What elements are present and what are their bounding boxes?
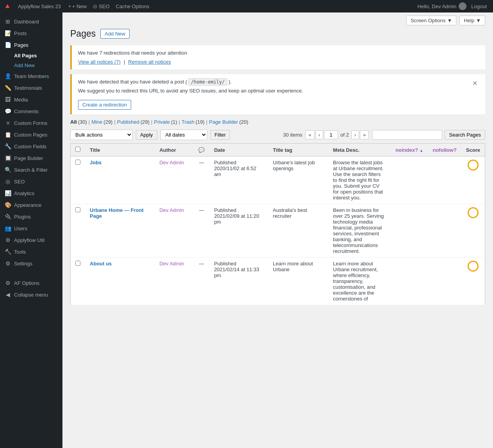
sidebar-submenu-all-pages[interactable]: All Pages bbox=[0, 51, 62, 60]
adminbar-new[interactable]: ＋ + New bbox=[64, 3, 90, 10]
author-link[interactable]: Dev Admin bbox=[159, 207, 184, 213]
pages-icon: 📄 bbox=[5, 42, 11, 48]
sidebar-item-af-options[interactable]: ⚙ AF Options bbox=[0, 277, 62, 289]
sidebar-item-media[interactable]: 🖼 Media bbox=[0, 94, 62, 105]
sidebar-item-label: Collapse menu bbox=[14, 292, 48, 298]
row-comment: — bbox=[194, 204, 209, 258]
row-checkbox[interactable] bbox=[75, 207, 80, 212]
sidebar-item-search-filter[interactable]: 🔍 Search & Filter bbox=[0, 164, 62, 176]
sidebar-item-label: SEO bbox=[14, 179, 25, 185]
col-header-nofollow[interactable]: nofollow? bbox=[428, 144, 461, 156]
author-link[interactable]: Dev Admin bbox=[159, 261, 184, 267]
adminbar-right: Hello, Dev Admin Logout bbox=[418, 2, 490, 10]
sidebar-item-analytics[interactable]: 📊 Analytics bbox=[0, 187, 62, 199]
search-pages-input[interactable] bbox=[372, 130, 442, 140]
last-page-button[interactable]: » bbox=[360, 130, 369, 139]
date-filter-select[interactable]: All dates bbox=[160, 130, 207, 140]
sidebar-submenu-add-new[interactable]: Add New bbox=[0, 60, 62, 70]
redirections-notice-text: We have 7 redirections that needs your a… bbox=[78, 50, 479, 56]
sidebar-item-comments[interactable]: 💬 Comments bbox=[0, 105, 62, 117]
next-page-button[interactable]: › bbox=[351, 130, 359, 139]
filter-published[interactable]: Published (29) bbox=[117, 119, 150, 125]
sidebar-item-dashboard[interactable]: ⊞ Dashboard bbox=[0, 16, 62, 27]
prev-page-button[interactable]: ‹ bbox=[315, 130, 323, 139]
af-options-icon: ⚙ bbox=[5, 280, 11, 286]
redirect-suggestion-notice: We have detected that you have deleted a… bbox=[70, 74, 485, 114]
sidebar-item-applyflow-util[interactable]: ⚙ Applyflow Util bbox=[0, 234, 62, 246]
sidebar-item-appearance[interactable]: 🎨 Appearance bbox=[0, 199, 62, 211]
sidebar-item-users[interactable]: 👥 Users bbox=[0, 222, 62, 234]
author-link[interactable]: Dev Admin bbox=[159, 160, 184, 165]
sidebar-item-custom-fields[interactable]: 🔧 Custom Fields bbox=[0, 140, 62, 152]
table-row: About us Dev Admin — Published 2021/02/1… bbox=[71, 258, 485, 305]
sidebar-item-team-members[interactable]: 👤 Team Members bbox=[0, 70, 62, 82]
table-row: Urbane Home — Front Page Dev Admin — Pub… bbox=[71, 204, 485, 258]
view-all-notices-link[interactable]: View all notices (7) bbox=[78, 59, 121, 65]
sidebar-item-plugins[interactable]: 🔌 Plugins bbox=[0, 211, 62, 222]
page-title-link[interactable]: Jobs bbox=[90, 160, 101, 165]
row-checkbox[interactable] bbox=[75, 261, 80, 266]
filter-private[interactable]: Private (1) bbox=[154, 119, 177, 125]
sidebar-item-testimonials[interactable]: ✏️ Testimonials bbox=[0, 82, 62, 94]
apply-button[interactable]: Apply bbox=[136, 130, 157, 140]
row-author: Dev Admin bbox=[155, 258, 194, 305]
adminbar-site-name[interactable]: Applyflow Sales 23 bbox=[15, 4, 64, 9]
sidebar-item-seo[interactable]: ◎ SEO bbox=[0, 176, 62, 187]
page-wrap: Pages Add New We have 7 redirections tha… bbox=[70, 28, 485, 305]
current-page-input[interactable] bbox=[324, 130, 338, 139]
tablenav-right: 30 items « ‹ of 2 › » Search Pages bbox=[283, 130, 485, 140]
row-date: Published 2021/02/14 at 11:33 pm bbox=[209, 258, 268, 305]
logout-button[interactable]: Logout bbox=[468, 4, 490, 9]
sidebar-item-pages[interactable]: 📄 Pages bbox=[0, 39, 62, 51]
row-checkbox[interactable] bbox=[75, 160, 80, 165]
row-author: Dev Admin bbox=[155, 156, 194, 204]
adminbar-seo[interactable]: ⊙ SEO bbox=[90, 4, 112, 9]
sidebar-item-page-builder[interactable]: 🔲 Page Builder bbox=[0, 152, 62, 164]
page-title-link[interactable]: Urbane Home — Front Page bbox=[90, 207, 144, 219]
create-redirection-button[interactable]: Create a redirection bbox=[78, 100, 131, 110]
sidebar-item-label: Search & Filter bbox=[14, 167, 48, 173]
adminbar-cache[interactable]: Cache Options bbox=[113, 4, 153, 9]
sidebar-item-posts[interactable]: 📝 Posts bbox=[0, 27, 62, 39]
sidebar-item-collapse-menu[interactable]: ◀ Collapse menu bbox=[0, 289, 62, 300]
select-all-checkbox[interactable] bbox=[75, 147, 80, 152]
row-checkbox-col bbox=[71, 258, 85, 305]
total-pages: of 2 bbox=[340, 132, 349, 138]
screen-options-button[interactable]: Screen Options ▼ bbox=[406, 16, 456, 25]
col-header-meta-desc: Meta Desc. bbox=[328, 144, 391, 156]
media-icon: 🖼 bbox=[5, 96, 11, 103]
search-pages-button[interactable]: Search Pages bbox=[445, 130, 485, 140]
sidebar-item-settings[interactable]: ⚙ Settings bbox=[0, 258, 62, 269]
filter-all[interactable]: All (30) bbox=[70, 119, 87, 125]
add-new-button[interactable]: Add New bbox=[100, 29, 130, 39]
filter-trash[interactable]: Trash (19) bbox=[182, 119, 205, 125]
col-header-noindex[interactable]: noindex? ▲ bbox=[391, 144, 428, 156]
col-header-title[interactable]: Title bbox=[85, 144, 155, 156]
filter-button[interactable]: Filter bbox=[210, 130, 230, 140]
bulk-actions-select[interactable]: Bulk actions bbox=[70, 130, 133, 140]
row-title: Jobs bbox=[85, 156, 155, 204]
sidebar-item-custom-forms[interactable]: ≡ Custom Forms bbox=[0, 117, 62, 129]
avatar bbox=[459, 2, 466, 10]
col-header-date[interactable]: Date bbox=[209, 144, 268, 156]
col-header-comment: 💬 bbox=[194, 144, 209, 156]
users-icon: 👥 bbox=[5, 225, 11, 231]
sidebar-item-custom-pages[interactable]: 📋 Custom Pages bbox=[0, 129, 62, 140]
help-button[interactable]: Help ▼ bbox=[459, 16, 485, 25]
notice-close-icon[interactable]: ✕ bbox=[471, 79, 479, 88]
filter-page-builder[interactable]: Page Builder (20) bbox=[209, 119, 248, 125]
row-title-tag: Australia's best recruiter bbox=[268, 204, 328, 258]
applyflow-util-icon: ⚙ bbox=[5, 237, 11, 243]
page-title-link[interactable]: About us bbox=[90, 261, 112, 267]
score-circle bbox=[468, 207, 479, 218]
first-page-button[interactable]: « bbox=[305, 130, 314, 139]
sidebar-item-label: Media bbox=[14, 97, 28, 103]
notice-separator: | bbox=[124, 59, 125, 65]
plugins-icon: 🔌 bbox=[5, 213, 11, 220]
table-body: Jobs Dev Admin — Published 2020/11/02 at… bbox=[71, 156, 485, 305]
filter-mine[interactable]: Mine (29) bbox=[91, 119, 112, 125]
sidebar-item-tools[interactable]: 🔨 Tools bbox=[0, 246, 62, 258]
row-nofollow bbox=[428, 156, 461, 204]
sidebar-item-label: Dashboard bbox=[14, 19, 39, 25]
remove-all-notices-link[interactable]: Remove all notices bbox=[128, 59, 171, 65]
